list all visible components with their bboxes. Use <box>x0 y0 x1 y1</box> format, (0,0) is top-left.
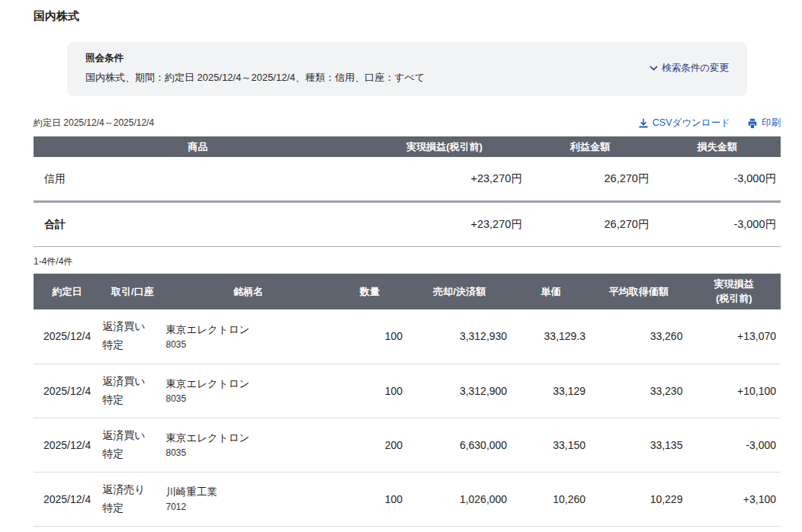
avg-cost-cell: 33,260 <box>590 309 687 364</box>
detail-header-trade: 取引/口座 <box>101 274 164 309</box>
csv-download-link[interactable]: CSVダウンロード <box>638 117 730 130</box>
trade-type: 返済買い <box>102 318 163 336</box>
result-count: 1-4件/4件 <box>34 255 802 268</box>
page-title: 国内株式 <box>34 9 802 24</box>
summary-cell-loss: -3,000円 <box>653 157 781 202</box>
account-type: 特定 <box>102 391 163 409</box>
change-search-conditions-label: 検索条件の変更 <box>662 62 729 75</box>
table-row: 2025/12/4 返済売り 特定 川崎重工業 7012 100 1,026,0… <box>34 472 781 526</box>
detail-header-price: 単価 <box>512 274 590 309</box>
settlement-amount-cell: 3,312,930 <box>407 309 512 364</box>
settlement-amount-cell: 3,312,900 <box>407 364 512 418</box>
query-conditions-panel: 照会条件 国内株式、期間：約定日 2025/12/4～2025/12/4、種類：… <box>67 42 747 96</box>
query-conditions-value: 国内株式、期間：約定日 2025/12/4～2025/12/4、種類：信用、口座… <box>85 71 425 85</box>
summary-cell-product: 合計 <box>34 202 362 247</box>
change-search-conditions-link[interactable]: 検索条件の変更 <box>649 62 729 75</box>
summary-row-total: 合計 +23,270円 26,270円 -3,000円 <box>34 202 781 247</box>
stock-code: 8035 <box>165 447 332 458</box>
summary-cell-loss: -3,000円 <box>653 202 781 247</box>
summary-header-profit: 利益金額 <box>527 136 654 157</box>
summary-header-product: 商品 <box>34 136 362 157</box>
stock-name: 東京エレクトロン <box>165 431 332 445</box>
contract-date-range: 約定日 2025/12/4～2025/12/4 <box>34 117 154 130</box>
realized-pl-cell: +3,100 <box>687 472 781 526</box>
quantity-cell: 100 <box>332 472 407 526</box>
trade-date-cell: 2025/12/4 <box>34 309 101 364</box>
trade-type: 返済売り <box>102 481 163 499</box>
summary-cell-profit: 26,270円 <box>527 202 654 247</box>
printer-icon <box>747 118 758 129</box>
trade-detail-table: 約定日 取引/口座 銘柄名 数量 売却/決済額 単価 平均取得価額 実現損益 (… <box>34 274 781 527</box>
toolbar: 約定日 2025/12/4～2025/12/4 CSVダウンロード 印刷 <box>34 117 781 130</box>
detail-header-avg-cost: 平均取得価額 <box>590 274 687 309</box>
trade-account-cell: 返済売り 特定 <box>101 472 164 526</box>
print-link[interactable]: 印刷 <box>747 117 781 130</box>
detail-header-qty: 数量 <box>332 274 407 309</box>
account-type: 特定 <box>102 499 163 518</box>
detail-header-amount: 売却/決済額 <box>407 274 512 309</box>
avg-cost-cell: 33,135 <box>590 418 687 472</box>
quantity-cell: 200 <box>332 418 407 472</box>
trade-account-cell: 返済買い 特定 <box>101 418 164 472</box>
unit-price-cell: 10,260 <box>512 472 590 526</box>
avg-cost-cell: 33,230 <box>590 364 687 418</box>
download-icon <box>638 118 649 129</box>
summary-table: 商品 実現損益(税引前) 利益金額 損失金額 信用 +23,270円 26,27… <box>34 136 781 247</box>
chevron-down-icon <box>649 63 659 73</box>
stock-code: 7012 <box>165 502 332 512</box>
summary-cell-product: 信用 <box>34 157 362 202</box>
stock-name-cell: 東京エレクトロン 8035 <box>164 309 332 364</box>
trade-account-cell: 返済買い 特定 <box>101 364 164 418</box>
unit-price-cell: 33,129.3 <box>512 309 590 364</box>
stock-code: 8035 <box>165 339 332 350</box>
detail-header-name: 銘柄名 <box>164 274 332 309</box>
trade-date-cell: 2025/12/4 <box>34 364 101 418</box>
avg-cost-cell: 10,229 <box>590 472 687 526</box>
stock-name-cell: 東京エレクトロン 8035 <box>164 418 332 472</box>
summary-cell-profit: 26,270円 <box>527 157 654 202</box>
query-conditions-label: 照会条件 <box>85 52 425 65</box>
stock-name-cell: 東京エレクトロン 8035 <box>164 364 332 418</box>
query-conditions-text: 照会条件 国内株式、期間：約定日 2025/12/4～2025/12/4、種類：… <box>85 52 425 85</box>
account-type: 特定 <box>102 445 163 463</box>
csv-download-label: CSVダウンロード <box>653 117 730 130</box>
stock-name-cell: 川崎重工業 7012 <box>164 472 332 526</box>
table-row: 2025/12/4 返済買い 特定 東京エレクトロン 8035 100 3,31… <box>34 364 781 418</box>
print-label: 印刷 <box>762 117 781 130</box>
summary-cell-realized-pl: +23,270円 <box>362 157 527 202</box>
account-type: 特定 <box>102 336 163 354</box>
stock-name: 東京エレクトロン <box>165 323 332 337</box>
summary-header-row: 商品 実現損益(税引前) 利益金額 損失金額 <box>34 136 781 157</box>
realized-pl-cell: +10,100 <box>687 364 781 418</box>
detail-header-date: 約定日 <box>34 274 101 309</box>
realized-pl-cell: +13,070 <box>687 309 781 364</box>
summary-header-realized-pl: 実現損益(税引前) <box>362 136 527 157</box>
settlement-amount-cell: 1,026,000 <box>407 472 512 526</box>
trade-type: 返済買い <box>102 427 163 445</box>
trade-date-cell: 2025/12/4 <box>34 472 101 526</box>
summary-cell-realized-pl: +23,270円 <box>362 202 527 247</box>
settlement-amount-cell: 6,630,000 <box>407 418 512 472</box>
table-row: 2025/12/4 返済買い 特定 東京エレクトロン 8035 100 3,31… <box>34 309 781 364</box>
trade-date-cell: 2025/12/4 <box>34 418 101 472</box>
summary-header-loss: 損失金額 <box>653 136 781 157</box>
detail-header-row: 約定日 取引/口座 銘柄名 数量 売却/決済額 単価 平均取得価額 実現損益 (… <box>34 274 781 309</box>
unit-price-cell: 33,129 <box>512 364 590 418</box>
summary-row-credit: 信用 +23,270円 26,270円 -3,000円 <box>34 157 781 202</box>
toolbar-links: CSVダウンロード 印刷 <box>638 117 781 130</box>
trade-type: 返済買い <box>102 373 163 391</box>
quantity-cell: 100 <box>332 364 407 418</box>
table-row: 2025/12/4 返済買い 特定 東京エレクトロン 8035 200 6,63… <box>34 418 781 472</box>
detail-header-realized-pl-label: 実現損益 (税引前) <box>714 277 754 306</box>
quantity-cell: 100 <box>332 309 407 364</box>
detail-header-realized-pl: 実現損益 (税引前) <box>687 274 781 309</box>
realized-pl-cell: -3,000 <box>687 418 781 472</box>
stock-name: 川崎重工業 <box>165 486 332 499</box>
trade-account-cell: 返済買い 特定 <box>101 309 164 364</box>
unit-price-cell: 33,150 <box>512 418 590 472</box>
stock-code: 8035 <box>165 393 332 404</box>
stock-name: 東京エレクトロン <box>165 377 332 391</box>
